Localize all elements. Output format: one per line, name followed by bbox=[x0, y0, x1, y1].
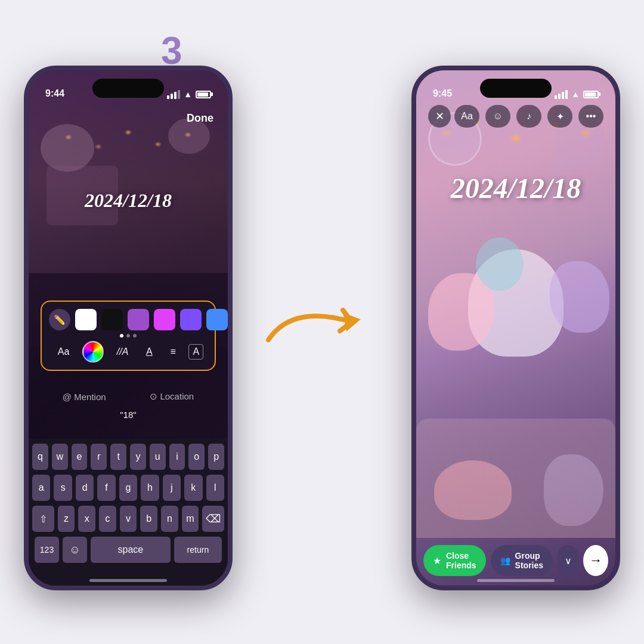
key-shift[interactable]: ⇧ bbox=[32, 506, 54, 532]
pen-icon[interactable]: ✏️ bbox=[49, 309, 70, 330]
key-x[interactable]: x bbox=[78, 506, 95, 532]
status-icons-right: ▲ bbox=[555, 89, 599, 99]
key-d[interactable]: d bbox=[76, 475, 94, 501]
chevron-button[interactable]: ∨ bbox=[558, 545, 578, 576]
keyboard: q w e r t y u i o p a s d f g h j k l bbox=[29, 439, 228, 586]
key-g[interactable]: g bbox=[119, 475, 137, 501]
color-purple[interactable] bbox=[128, 309, 149, 330]
key-q[interactable]: q bbox=[32, 444, 48, 470]
key-b[interactable]: b bbox=[140, 506, 157, 532]
italic-btn[interactable]: //A bbox=[112, 343, 134, 361]
top-icons: Aa ☺ ♪ ✦ ••• bbox=[454, 105, 603, 128]
color-swatches-row: ✏️ bbox=[49, 309, 208, 330]
key-numbers[interactable]: 123 bbox=[35, 537, 59, 563]
share-bar: ★ Close Friends 👥 Group Stories ∨ → bbox=[423, 545, 608, 576]
key-a[interactable]: a bbox=[32, 475, 50, 501]
send-button[interactable]: → bbox=[583, 545, 608, 576]
dot-2 bbox=[126, 334, 130, 338]
more-btn[interactable]: ••• bbox=[578, 105, 603, 128]
time-right: 9:45 bbox=[433, 88, 452, 99]
group-stories-button[interactable]: 👥 Group Stories bbox=[491, 545, 553, 576]
underline-btn[interactable]: A bbox=[141, 343, 157, 361]
key-y[interactable]: y bbox=[130, 444, 146, 470]
autocorrect-bar: "18" bbox=[29, 405, 228, 425]
color-black[interactable] bbox=[101, 309, 123, 330]
arrow-svg bbox=[256, 292, 388, 364]
status-bar-left: 9:44 ▲ bbox=[29, 70, 228, 104]
key-r[interactable]: r bbox=[91, 444, 107, 470]
key-c[interactable]: c bbox=[99, 506, 116, 532]
arrow-container bbox=[256, 292, 388, 364]
phone-right: 9:45 ▲ ✕ Aa ☺ ♪ ✦ • bbox=[411, 66, 620, 590]
keyboard-row-bottom: 123 ☺ space return bbox=[32, 537, 224, 563]
color-toolbar: ✏️ Aa //A A ≡ A bbox=[41, 301, 216, 371]
color-pink[interactable] bbox=[154, 309, 175, 330]
key-space[interactable]: space bbox=[91, 537, 171, 563]
key-s[interactable]: s bbox=[54, 475, 72, 501]
color-blue[interactable] bbox=[206, 309, 228, 330]
color-white[interactable] bbox=[75, 309, 97, 330]
font-btn[interactable]: Aa bbox=[53, 343, 75, 361]
close-friends-label: Close Friends bbox=[446, 551, 476, 570]
battery-icon-left bbox=[196, 91, 211, 98]
bedding bbox=[416, 419, 615, 538]
key-l[interactable]: l bbox=[206, 475, 224, 501]
keyboard-row-2: a s d f g h j k l bbox=[32, 475, 224, 501]
key-i[interactable]: i bbox=[169, 444, 185, 470]
keyboard-row-1: q w e r t y u i o p bbox=[32, 444, 224, 470]
signal-icon-left bbox=[167, 90, 180, 99]
sparkle-btn[interactable]: ✦ bbox=[547, 105, 572, 128]
text-tool-btn[interactable]: Aa bbox=[454, 105, 479, 128]
group-stories-icon: 👥 bbox=[500, 556, 510, 565]
key-j[interactable]: j bbox=[163, 475, 181, 501]
date-text-right: 2024/12/18 bbox=[416, 172, 615, 205]
key-n[interactable]: n bbox=[161, 506, 178, 532]
keyboard-row-3: ⇧ z x c v b n m ⌫ bbox=[32, 506, 224, 532]
box-btn[interactable]: A bbox=[188, 344, 203, 360]
key-p[interactable]: p bbox=[208, 444, 224, 470]
key-e[interactable]: e bbox=[72, 444, 88, 470]
key-o[interactable]: o bbox=[188, 444, 205, 470]
key-h[interactable]: h bbox=[141, 475, 159, 501]
key-k[interactable]: k bbox=[184, 475, 202, 501]
home-indicator-left bbox=[89, 579, 167, 582]
key-return[interactable]: return bbox=[174, 537, 222, 563]
top-bar-right: ✕ Aa ☺ ♪ ✦ ••• bbox=[416, 105, 615, 128]
key-v[interactable]: v bbox=[120, 506, 137, 532]
color-page-dots bbox=[49, 334, 208, 338]
time-left: 9:44 bbox=[45, 88, 64, 99]
key-emoji[interactable]: ☺ bbox=[63, 537, 87, 563]
date-text-left: 2024/12/18 bbox=[29, 190, 228, 212]
key-f[interactable]: f bbox=[97, 475, 115, 501]
format-row: Aa //A A ≡ A bbox=[49, 341, 208, 363]
key-m[interactable]: m bbox=[182, 506, 199, 532]
wifi-icon-right: ▲ bbox=[571, 89, 580, 99]
close-friends-icon: ★ bbox=[433, 555, 441, 566]
sticker-btn[interactable]: ☺ bbox=[485, 105, 510, 128]
key-w[interactable]: w bbox=[52, 444, 68, 470]
autocorrect-word[interactable]: "18" bbox=[120, 410, 136, 420]
status-bar-right: 9:45 ▲ bbox=[416, 70, 615, 104]
home-indicator-right bbox=[477, 579, 555, 582]
signal-icon-right bbox=[555, 90, 568, 99]
color-wheel-btn[interactable] bbox=[82, 341, 104, 363]
dot-1 bbox=[120, 334, 123, 338]
key-delete[interactable]: ⌫ bbox=[202, 506, 224, 532]
done-button[interactable]: Done bbox=[187, 112, 213, 125]
mention-location-bar: @ Mention ⊙ Location bbox=[29, 386, 228, 407]
align-btn[interactable]: ≡ bbox=[165, 343, 180, 361]
key-t[interactable]: t bbox=[110, 444, 126, 470]
close-friends-button[interactable]: ★ Close Friends bbox=[423, 545, 486, 576]
status-icons-left: ▲ bbox=[167, 89, 211, 99]
group-stories-label: Group Stories bbox=[515, 551, 543, 570]
close-button[interactable]: ✕ bbox=[428, 105, 451, 128]
mention-label[interactable]: @ Mention bbox=[63, 392, 106, 402]
battery-icon-right bbox=[583, 91, 599, 98]
wifi-icon-left: ▲ bbox=[184, 89, 192, 99]
key-u[interactable]: u bbox=[150, 444, 166, 470]
color-indigo[interactable] bbox=[180, 309, 202, 330]
location-label[interactable]: ⊙ Location bbox=[150, 391, 194, 402]
key-z[interactable]: z bbox=[58, 506, 75, 532]
music-btn[interactable]: ♪ bbox=[516, 105, 541, 128]
dot-3 bbox=[133, 334, 137, 338]
